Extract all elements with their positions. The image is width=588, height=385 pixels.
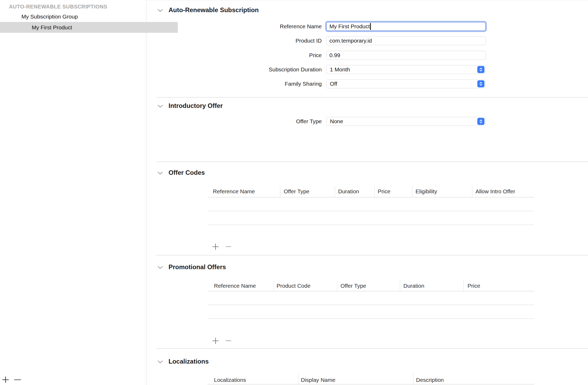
section-title-subscription: Auto-Renewable Subscription [169, 6, 259, 14]
column-header-offer-type: Offer Type [284, 187, 309, 195]
column-header-offer-type: Offer Type [340, 282, 366, 290]
column-header-price: Price [468, 282, 480, 290]
sidebar-item-subscription-group[interactable]: My Subscription Group [0, 11, 167, 22]
sidebar: AUTO-RENEWABLE SUBSCRIPTIONS My Subscrip… [0, 0, 146, 385]
price-value: 0.99 [329, 52, 340, 58]
column-divider [413, 373, 413, 385]
add-product-button[interactable] [2, 376, 9, 383]
plus-icon [2, 379, 9, 384]
column-divider [463, 280, 464, 291]
column-header-display-name: Display Name [301, 376, 335, 384]
storekit-configuration-window: AUTO-RENEWABLE SUBSCRIPTIONS My Subscrip… [0, 0, 588, 385]
offer-type-value: None [330, 118, 343, 125]
column-divider [298, 373, 298, 385]
remove-product-button[interactable] [14, 379, 21, 380]
column-divider [412, 186, 412, 197]
column-divider [274, 280, 274, 291]
column-divider [335, 186, 335, 197]
section-divider [156, 255, 588, 255]
popup-stepper-icon [477, 80, 484, 88]
section-title-introductory-offer: Introductory Offer [169, 102, 223, 109]
column-header-eligibility: Eligibility [416, 187, 437, 195]
reference-name-label: Reference Name [185, 22, 322, 31]
chevron-down-icon[interactable] [157, 8, 163, 12]
family-sharing-popup[interactable]: Off [326, 79, 486, 88]
column-header-localizations: Localizations [214, 376, 246, 384]
column-header-reference-name: Reference Name [214, 282, 256, 290]
section-divider [156, 97, 588, 98]
offer-type-popup[interactable]: None [326, 117, 486, 126]
plus-icon [212, 246, 219, 251]
product-id-value: com.temporary.id [329, 38, 372, 44]
offer-type-label: Offer Type [185, 117, 322, 126]
column-divider [374, 186, 375, 197]
reference-name-field[interactable]: My First Product [326, 22, 486, 31]
chevron-down-icon[interactable] [157, 360, 163, 363]
add-offer-code-button[interactable] [212, 243, 219, 250]
section-title-promotional-offers: Promotional Offers [169, 263, 226, 271]
table-row-separator [208, 211, 534, 211]
chevron-down-icon[interactable] [157, 171, 163, 174]
price-field[interactable]: 0.99 [326, 51, 486, 60]
popup-stepper-icon [477, 118, 484, 125]
column-header-price: Price [378, 187, 390, 195]
column-header-allow-intro-offer: Allow Intro Offer [475, 187, 515, 195]
plus-icon [212, 341, 219, 345]
subscription-duration-popup[interactable]: 1 Month [326, 65, 486, 74]
sidebar-group-header: AUTO-RENEWABLE SUBSCRIPTIONS [9, 4, 107, 10]
column-header-description: Description [416, 376, 444, 384]
table-row-separator [208, 224, 534, 225]
column-divider [280, 186, 280, 197]
reference-name-value: My First Product [329, 23, 370, 30]
popup-stepper-icon [477, 66, 484, 73]
family-sharing-value: Off [330, 81, 337, 87]
section-divider [156, 162, 588, 162]
table-header-underline [208, 384, 534, 384]
column-header-duration: Duration [338, 187, 359, 195]
product-id-label: Product ID [185, 36, 322, 45]
section-divider [156, 348, 588, 349]
section-title-offer-codes: Offer Codes [169, 169, 205, 176]
price-label: Price [185, 51, 322, 60]
product-id-field[interactable]: com.temporary.id [326, 36, 486, 45]
table-row-separator [208, 305, 534, 305]
sidebar-item-my-first-product[interactable]: My First Product [0, 22, 178, 33]
table-header-underline [208, 291, 534, 291]
section-title-localizations: Localizations [169, 358, 209, 365]
chevron-down-icon[interactable] [157, 104, 163, 107]
column-divider [472, 186, 472, 197]
subscription-duration-label: Subscription Duration [185, 65, 322, 74]
column-header-reference-name: Reference Name [213, 187, 255, 195]
add-promotional-offer-button[interactable] [212, 337, 219, 344]
table-row-separator [208, 318, 534, 319]
table-header-underline [208, 197, 534, 198]
column-header-duration: Duration [403, 282, 424, 290]
remove-promotional-offer-button[interactable] [226, 340, 231, 341]
chevron-down-icon[interactable] [157, 265, 163, 269]
column-divider [337, 280, 337, 291]
subscription-duration-value: 1 Month [330, 66, 350, 73]
family-sharing-label: Family Sharing [185, 79, 322, 88]
column-header-product-code: Product Code [277, 282, 310, 290]
column-divider [400, 280, 400, 291]
text-caret [370, 23, 371, 30]
remove-offer-code-button[interactable] [226, 246, 231, 247]
